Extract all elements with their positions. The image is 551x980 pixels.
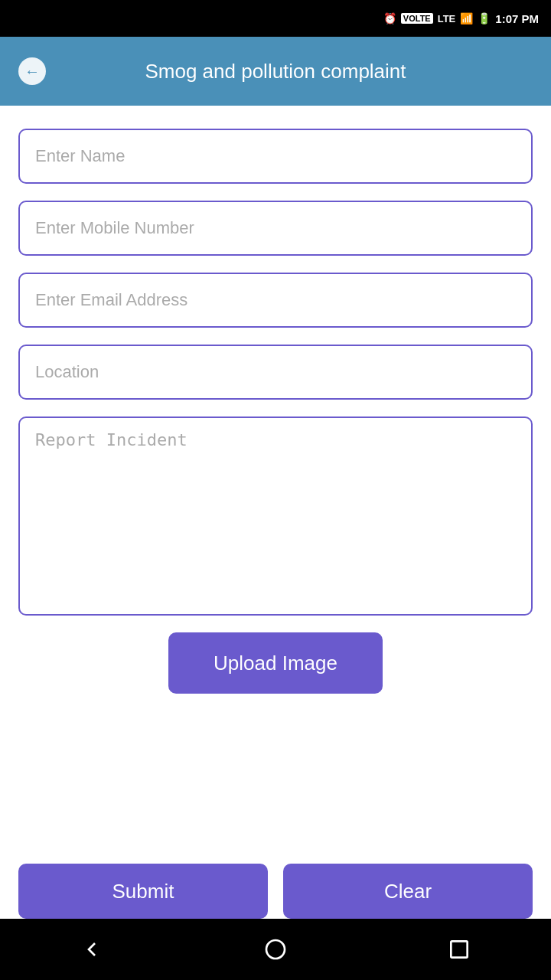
mobile-input[interactable] — [18, 201, 533, 256]
upload-image-button[interactable]: Upload Image — [168, 632, 383, 694]
svg-rect-1 — [451, 941, 467, 957]
alarm-icon: ⏰ — [383, 12, 396, 24]
home-nav-button[interactable] — [253, 926, 298, 972]
name-input[interactable] — [18, 129, 533, 184]
back-button[interactable]: ← — [15, 54, 49, 88]
volte-badge: VOLTE — [401, 13, 433, 24]
bottom-buttons-container: Submit Clear — [0, 864, 551, 919]
lte-icon: LTE — [438, 13, 456, 24]
battery-icon: 🔋 — [478, 12, 491, 24]
clear-button[interactable]: Clear — [283, 864, 533, 919]
svg-point-0 — [266, 940, 285, 959]
recents-nav-button[interactable] — [436, 926, 482, 972]
signal-icon: 📶 — [460, 12, 473, 24]
incident-textarea[interactable] — [18, 416, 533, 616]
app-header: ← Smog and pollution complaint — [0, 37, 551, 106]
submit-button[interactable]: Submit — [18, 864, 268, 919]
form-container: Upload Image — [0, 106, 551, 864]
back-nav-button[interactable] — [69, 926, 115, 972]
status-bar: ⏰ VOLTE LTE 📶 🔋 1:07 PM — [0, 0, 551, 37]
status-time: 1:07 PM — [495, 12, 539, 25]
status-icons: ⏰ VOLTE LTE 📶 🔋 1:07 PM — [383, 12, 539, 25]
page-title: Smog and pollution complaint — [61, 60, 490, 83]
email-input[interactable] — [18, 273, 533, 328]
back-arrow-icon: ← — [18, 57, 46, 85]
location-input[interactable] — [18, 345, 533, 400]
navigation-bar — [0, 919, 551, 980]
